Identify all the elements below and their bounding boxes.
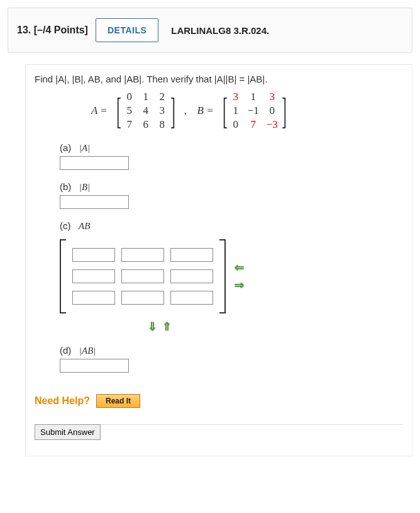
part-c: (c) AB ⇐ ⇒ ⇓ ⇑	[60, 220, 403, 334]
question-header: 13. [–/4 Points] DETAILS LARLINALG8 3.R.…	[8, 8, 412, 53]
ab-cell-0-2[interactable]	[170, 248, 213, 262]
matrix-definitions: A = [ 012 543 768 ] , B = [ 313 1−10 07−…	[91, 91, 403, 131]
add-row-icon[interactable]: ⇓	[148, 320, 157, 334]
ab-cell-2-1[interactable]	[121, 291, 164, 305]
part-c-label: (c)	[60, 220, 71, 231]
bracket-right	[219, 239, 226, 313]
question-reference: LARLINALG8 3.R.024.	[171, 25, 269, 36]
ab-cell-1-2[interactable]	[170, 269, 213, 283]
submit-answer-button[interactable]: Submit Answer	[35, 424, 101, 440]
bracket-left	[60, 239, 66, 313]
ab-cell-0-0[interactable]	[72, 248, 115, 262]
prompt-text: Find |A|, |B|, AB, and |AB|. Then verify…	[35, 74, 403, 84]
question-number: 13. [–/4 Points]	[17, 25, 88, 36]
matrix-input-ab	[70, 239, 216, 313]
matrix-b-label: B =	[197, 104, 214, 117]
remove-row-icon[interactable]: ⇑	[162, 320, 172, 334]
answer-input-a[interactable]	[60, 156, 129, 170]
matrix-b: [ 313 1−10 07−3 ]	[219, 91, 290, 131]
ab-cell-2-0[interactable]	[72, 291, 115, 305]
remove-column-icon[interactable]: ⇐	[235, 261, 244, 274]
part-b-var: |B|	[79, 182, 90, 192]
part-c-var: AB	[79, 221, 90, 231]
ab-cell-2-2[interactable]	[170, 291, 213, 305]
part-a: (a) |A|	[60, 142, 403, 170]
add-column-icon[interactable]: ⇒	[235, 278, 244, 292]
need-help-label: Need Help?	[35, 395, 90, 407]
part-b-label: (b)	[60, 181, 71, 192]
part-d: (d) |AB|	[60, 345, 403, 373]
part-d-label: (d)	[60, 345, 71, 356]
ab-cell-0-1[interactable]	[121, 248, 164, 262]
ab-cell-1-0[interactable]	[72, 269, 115, 283]
question-content: Find |A|, |B|, AB, and |AB|. Then verify…	[25, 64, 412, 456]
part-b: (b) |B|	[60, 181, 403, 209]
part-a-var: |A|	[79, 143, 90, 153]
need-help-row: Need Help? Read It	[35, 394, 403, 408]
ab-cell-1-1[interactable]	[121, 269, 164, 283]
matrix-a: [ 012 543 768 ]	[113, 91, 179, 131]
part-d-var: |AB|	[79, 346, 96, 356]
read-it-button[interactable]: Read It	[96, 394, 140, 408]
details-button[interactable]: DETAILS	[96, 18, 158, 42]
answer-input-b[interactable]	[60, 195, 129, 209]
matrix-a-label: A =	[91, 104, 108, 117]
answer-input-d[interactable]	[60, 359, 129, 373]
part-a-label: (a)	[60, 142, 71, 153]
